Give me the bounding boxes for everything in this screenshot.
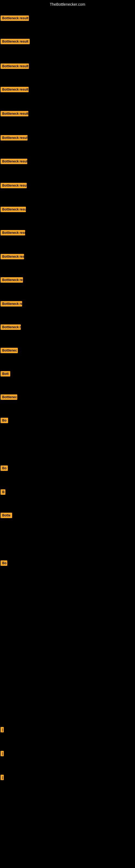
bottleneck-badge-row: Bo: [1, 418, 8, 424]
bottleneck-badge-row: Bottleneck result: [1, 135, 28, 142]
bottleneck-badge-row: Bottleneck result: [1, 159, 27, 165]
bottleneck-badge-row: Bottleneck resu: [1, 207, 26, 213]
bottleneck-badge: Bottlenec: [1, 394, 17, 400]
bottleneck-badge-row: |: [1, 727, 4, 734]
bottleneck-badge-row: Bottleneck res: [1, 277, 23, 284]
site-title: TheBottlenecker.com: [0, 0, 135, 8]
bottleneck-badge-row: Bottlenec: [1, 394, 17, 401]
bottleneck-badge-row: Bottleneck resu: [1, 230, 25, 237]
bottleneck-badge: Bottleneck result: [1, 39, 30, 44]
bottleneck-badge-row: Bo: [1, 560, 7, 567]
bottleneck-badge: Bottleneck resu: [1, 230, 25, 236]
bottleneck-badge: |: [1, 751, 4, 756]
bottleneck-badge-row: |: [1, 775, 4, 781]
bottleneck-badge-row: Botte: [1, 513, 12, 519]
bottleneck-badge: Bottleneck res: [1, 277, 23, 283]
bottleneck-badge: Bottleneck result: [1, 16, 29, 21]
bottleneck-badge-row: |: [1, 751, 4, 757]
bottleneck-badge: Bottleneck res: [1, 254, 24, 259]
bottleneck-badge: Bo: [1, 418, 8, 423]
bottleneck-badge-row: Bottleneck result: [1, 16, 29, 22]
bottleneck-badge: |: [1, 727, 4, 733]
bottleneck-badge-row: Bo: [1, 465, 8, 472]
bottleneck-badge-row: Bottleneck re: [1, 324, 21, 331]
bottleneck-badge: Bottleneck result: [1, 87, 29, 92]
bottleneck-badge: Bo: [1, 560, 7, 566]
bottleneck-badge-row: Bott: [1, 371, 10, 378]
bottleneck-badge-row: Bottleneck result: [1, 63, 29, 70]
bottleneck-badge: Bottleneck result: [1, 135, 28, 141]
bottleneck-badge: Bottleneck result: [1, 111, 28, 116]
bottleneck-badge: Bottlenec: [1, 348, 18, 353]
bottleneck-badge-row: Bottleneck result: [1, 87, 29, 93]
bottleneck-badge: Bottleneck re: [1, 324, 21, 330]
bottleneck-badge: Bottleneck res: [1, 301, 22, 307]
bottleneck-badge-row: Bottleneck result: [1, 39, 30, 45]
bottleneck-badge: Bottleneck result: [1, 183, 27, 188]
bottleneck-badge: Botte: [1, 513, 12, 518]
bottleneck-badge: Bottleneck resu: [1, 207, 26, 212]
bottleneck-badge: Bottleneck result: [1, 63, 29, 69]
bottleneck-badge-row: Bottleneck res: [1, 254, 24, 260]
bottleneck-badge-row: Bottleneck result: [1, 183, 27, 189]
bottleneck-badge: Bo: [1, 465, 8, 471]
bottleneck-badge-row: Bottleneck res: [1, 301, 22, 308]
bottleneck-badge: B: [1, 489, 5, 495]
bottleneck-badge-row: Bottleneck result: [1, 111, 28, 118]
bottleneck-badge-row: B: [1, 489, 5, 496]
bottleneck-badge-row: Bottlenec: [1, 348, 18, 354]
bottleneck-badge: |: [1, 775, 4, 780]
bottleneck-badge: Bottleneck result: [1, 159, 27, 164]
bottleneck-badge: Bott: [1, 371, 10, 376]
